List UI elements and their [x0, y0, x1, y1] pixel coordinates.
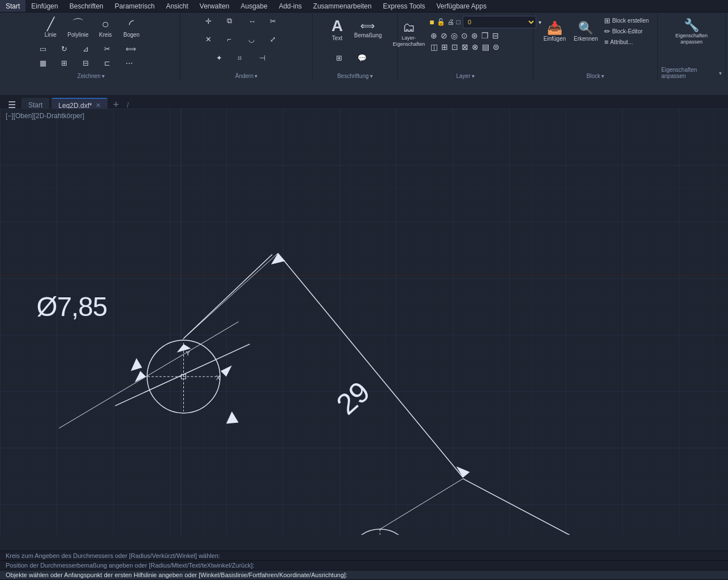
btn-loeschen[interactable]: ✕ [204, 34, 224, 44]
btn-layer-eigenschaften[interactable]: 🗂 Layer-Eigenschaften [389, 18, 428, 50]
status-line-1: Kreis zum Angeben des Durchmessers oder … [0, 551, 728, 561]
eigenschaften-label[interactable]: Eigenschaften anpassen [661, 64, 722, 79]
btn-trimmen[interactable]: ✂ [268, 16, 288, 26]
btn-block-editor[interactable]: ✏Block-Editor [602, 27, 651, 36]
kreis-icon: ○ [102, 18, 109, 31]
btn-versatz[interactable]: ⊏ [102, 58, 123, 68]
btn-runden[interactable]: ◡ [247, 34, 267, 44]
layer-btn9[interactable]: ⊞ [440, 42, 449, 52]
btn-einfuegen[interactable]: 📥 Einfügen [540, 19, 569, 44]
btn-bogen-label: Bogen [123, 32, 140, 38]
status-line-3: Objekte wählen oder Anfangspunkt der ers… [0, 570, 728, 580]
block-label[interactable]: Block [587, 71, 604, 79]
btn-attribut[interactable]: ≡Attribut... [602, 37, 651, 47]
btn-eigenschaften[interactable]: 🔧 Eigenschaftenanpassen [672, 16, 711, 47]
svg-marker-16 [271, 253, 285, 265]
menu-parametrisch[interactable]: Parametrisch [109, 0, 161, 12]
beschriftung-label[interactable]: Beschriftung [337, 71, 373, 79]
status-bar: Kreis zum Angeben des Durchmessers oder … [0, 551, 728, 580]
menu-addins[interactable]: Add-ins [273, 0, 308, 12]
btn-rechteck[interactable]: ▭ [38, 44, 58, 54]
btn-verbinden[interactable]: ⌗ [236, 53, 256, 63]
ribbon-group-eigenschaften: 🔧 Eigenschaftenanpassen Eigenschaften an… [658, 14, 726, 80]
menu-verwalten[interactable]: Verwalten [194, 0, 235, 12]
svg-line-22 [115, 344, 250, 406]
btn-bemasssung[interactable]: ⟺ Bemaßung [351, 19, 385, 41]
layer-btn5[interactable]: ⊛ [470, 31, 479, 41]
aendern-chevron [255, 73, 257, 79]
btn-hinweis[interactable]: 💬 [356, 53, 376, 63]
ribbon-group-block: 📥 Einfügen 🔍 Erkennen ⊞Block erstellen ✏… [533, 14, 658, 80]
svg-line-32 [380, 479, 463, 529]
layer-btn3[interactable]: ◎ [450, 31, 459, 41]
btn-kopieren[interactable]: ⧉ [225, 16, 245, 26]
layer-btn12[interactable]: ⊗ [471, 42, 480, 52]
menu-expresstools[interactable]: Express Tools [377, 0, 430, 12]
layer-btn10[interactable]: ⊡ [450, 42, 459, 52]
zeichnen-chevron [102, 73, 105, 79]
btn-rotieren[interactable]: ↻ [59, 44, 80, 54]
btn-schneiden[interactable]: ✂ [102, 44, 123, 54]
skalieren-icon: ⤢ [270, 35, 276, 44]
btn-block[interactable]: ⊞ [59, 58, 80, 68]
rotieren-icon: ↻ [61, 45, 67, 53]
btn-spiegeln[interactable]: ⊿ [81, 44, 101, 54]
btn-strecken2[interactable]: ↔ [247, 16, 267, 26]
btn-bogen[interactable]: ◜ Bogen [119, 16, 144, 40]
eigenschaften-icon: 🔧 [684, 18, 699, 33]
btn-strecken[interactable]: ⟺ [124, 44, 144, 54]
kopieren-icon: ⧉ [227, 16, 232, 25]
btn-fase[interactable]: ⌐ [225, 34, 245, 44]
btn-schraffur[interactable]: ▦ [38, 58, 58, 68]
btn-text-label: Text [332, 35, 342, 41]
layer-btn13[interactable]: ▤ [481, 42, 490, 52]
btn-dehnen[interactable]: ⊣ [257, 53, 278, 63]
btn-polylinie[interactable]: ⌒ Polylinie [64, 16, 92, 40]
layer-color-icon: ■ [429, 18, 434, 27]
menu-verfuegbare[interactable]: Verfügbare Apps [430, 0, 492, 12]
layer-btn1[interactable]: ⊕ [429, 31, 438, 41]
menu-start[interactable]: Start [0, 0, 25, 12]
btn-text[interactable]: A Text [325, 16, 350, 44]
menu-einfuegen[interactable]: Einfügen [25, 0, 63, 12]
btn-mehr[interactable]: ⋯ [124, 58, 144, 68]
layer-btn14[interactable]: ⊜ [492, 42, 501, 52]
viewport: [−][Oben][2D-Drahtkörper] Y X [0, 109, 728, 535]
menu-zusammenarbeiten[interactable]: Zusammenarbeiten [308, 0, 377, 12]
btn-explodieren[interactable]: ✦ [214, 53, 235, 63]
btn-erkennen-label: Erkennen [574, 36, 598, 42]
layer-btn6[interactable]: ❒ [480, 31, 490, 41]
spiegeln-icon: ⊿ [83, 45, 89, 53]
zeichnen-row1: ╱ Linie ⌒ Polylinie ○ Kreis ◜ Bogen [38, 16, 144, 40]
schraffur-icon: ▦ [40, 59, 46, 67]
aendern-label[interactable]: Ändern [235, 71, 257, 79]
btn-skalieren[interactable]: ⤢ [268, 34, 288, 44]
svg-marker-24 [221, 365, 232, 376]
menu-ansicht[interactable]: Ansicht [160, 0, 193, 12]
text-icon: A [331, 18, 343, 34]
btn-erkennen[interactable]: 🔍 Erkennen [570, 19, 601, 44]
layer-label[interactable]: Layer [456, 71, 474, 79]
layer-btn2[interactable]: ⊘ [440, 31, 449, 41]
menu-beschriften[interactable]: Beschriften [64, 0, 109, 12]
menu-ausgabe[interactable]: Ausgabe [235, 0, 273, 12]
btn-array[interactable]: ⊟ [81, 58, 101, 68]
btn-linie[interactable]: ╱ Linie [38, 16, 63, 40]
layer-btn7[interactable]: ⊟ [491, 31, 500, 41]
hinweis-icon: 💬 [357, 54, 367, 62]
drawing-svg: Y X Ø7,85 29 [0, 109, 728, 535]
layer-select[interactable]: 0 [463, 16, 536, 28]
zeichnen-label[interactable]: Zeichnen [77, 71, 105, 79]
einfuegen-icon: 📥 [547, 21, 562, 36]
layer-btn8[interactable]: ◫ [429, 42, 439, 52]
rechteck-icon: ▭ [40, 45, 46, 53]
layer-col-tools: ■ 🔓 🖨 □ 0 ⊕ ⊘ [429, 16, 541, 52]
btn-verschieben[interactable]: ✛ [204, 16, 224, 26]
btn-block-erstellen[interactable]: ⊞Block erstellen [602, 16, 651, 25]
layer-btn4[interactable]: ⊙ [460, 31, 469, 41]
layer-btn11[interactable]: ⊠ [460, 42, 469, 52]
btn-kreis[interactable]: ○ Kreis [93, 16, 118, 40]
btn-tabelle[interactable]: ⊞ [334, 53, 355, 63]
trimmen-icon: ✂ [270, 17, 276, 25]
layer-row1: 🗂 Layer-Eigenschaften ■ 🔓 🖨 □ 0 [389, 16, 541, 52]
